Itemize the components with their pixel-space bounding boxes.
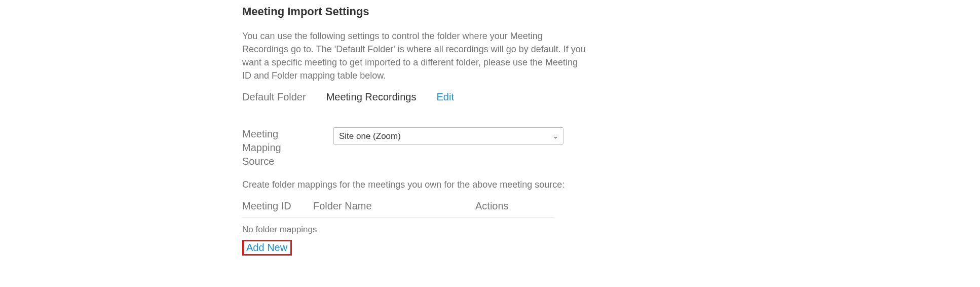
page-title: Meeting Import Settings xyxy=(242,5,698,18)
col-header-actions: Actions xyxy=(475,200,551,212)
mapping-source-select[interactable]: Site one (Zoom) xyxy=(333,127,563,145)
col-header-folder-name: Folder Name xyxy=(313,200,475,212)
settings-description: You can use the following settings to co… xyxy=(242,29,587,82)
table-empty-message: No folder mappings xyxy=(242,218,554,240)
col-header-meeting-id: Meeting ID xyxy=(242,200,313,212)
default-folder-value: Meeting Recordings xyxy=(326,91,417,103)
default-folder-label: Default Folder xyxy=(242,91,306,103)
mapping-source-row: Meeting Mapping Source Site one (Zoom) ⌄ xyxy=(242,127,698,168)
add-new-highlight: Add New xyxy=(242,240,292,256)
mapping-info-text: Create folder mappings for the meetings … xyxy=(242,180,698,190)
folder-mapping-table: Meeting ID Folder Name Actions No folder… xyxy=(242,200,554,240)
mapping-source-label: Meeting Mapping Source xyxy=(242,127,298,168)
edit-default-folder-link[interactable]: Edit xyxy=(437,91,454,103)
add-new-link[interactable]: Add New xyxy=(246,242,287,253)
table-header-row: Meeting ID Folder Name Actions xyxy=(242,200,554,218)
default-folder-row: Default Folder Meeting Recordings Edit xyxy=(242,91,698,103)
